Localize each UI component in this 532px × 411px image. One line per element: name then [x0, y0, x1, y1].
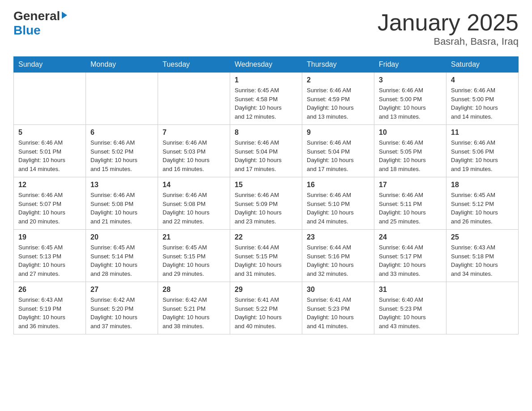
day-number: 28	[163, 286, 225, 294]
day-info: Sunrise: 6:44 AM Sunset: 5:16 PM Dayligh…	[307, 243, 369, 278]
calendar-header-thursday: Thursday	[302, 57, 374, 73]
calendar-week-row-3: 19Sunrise: 6:45 AM Sunset: 5:13 PM Dayli…	[14, 230, 519, 282]
calendar-cell	[86, 73, 158, 125]
day-info: Sunrise: 6:40 AM Sunset: 5:23 PM Dayligh…	[379, 295, 442, 330]
calendar-cell	[446, 282, 519, 334]
day-info: Sunrise: 6:46 AM Sunset: 5:08 PM Dayligh…	[90, 191, 153, 226]
calendar-cell: 22Sunrise: 6:44 AM Sunset: 5:15 PM Dayli…	[230, 230, 302, 282]
day-number: 5	[18, 128, 81, 137]
calendar-cell: 6Sunrise: 6:46 AM Sunset: 5:02 PM Daylig…	[86, 125, 158, 177]
day-info: Sunrise: 6:45 AM Sunset: 4:58 PM Dayligh…	[235, 86, 297, 121]
calendar-cell	[158, 73, 230, 125]
calendar-cell: 25Sunrise: 6:43 AM Sunset: 5:18 PM Dayli…	[446, 230, 519, 282]
calendar-cell: 12Sunrise: 6:46 AM Sunset: 5:07 PM Dayli…	[14, 177, 86, 230]
calendar-week-row-2: 12Sunrise: 6:46 AM Sunset: 5:07 PM Dayli…	[14, 177, 519, 230]
day-number: 6	[90, 128, 153, 137]
day-info: Sunrise: 6:42 AM Sunset: 5:20 PM Dayligh…	[90, 295, 153, 330]
calendar-cell: 27Sunrise: 6:42 AM Sunset: 5:20 PM Dayli…	[86, 282, 158, 334]
calendar-header-monday: Monday	[86, 57, 158, 73]
calendar-week-row-0: 1Sunrise: 6:45 AM Sunset: 4:58 PM Daylig…	[14, 73, 519, 125]
day-info: Sunrise: 6:46 AM Sunset: 5:00 PM Dayligh…	[451, 86, 514, 121]
page-header: General Blue January 2025 Basrah, Basra,…	[13, 9, 519, 47]
calendar-cell: 21Sunrise: 6:45 AM Sunset: 5:15 PM Dayli…	[158, 230, 230, 282]
calendar-cell: 29Sunrise: 6:41 AM Sunset: 5:22 PM Dayli…	[230, 282, 302, 334]
calendar-cell: 2Sunrise: 6:46 AM Sunset: 4:59 PM Daylig…	[302, 73, 374, 125]
day-info: Sunrise: 6:46 AM Sunset: 5:11 PM Dayligh…	[379, 191, 442, 226]
day-info: Sunrise: 6:46 AM Sunset: 5:07 PM Dayligh…	[18, 191, 81, 226]
day-info: Sunrise: 6:43 AM Sunset: 5:19 PM Dayligh…	[18, 295, 81, 330]
calendar-cell: 26Sunrise: 6:43 AM Sunset: 5:19 PM Dayli…	[14, 282, 86, 334]
day-info: Sunrise: 6:46 AM Sunset: 5:00 PM Dayligh…	[379, 86, 442, 121]
calendar-cell: 9Sunrise: 6:46 AM Sunset: 5:04 PM Daylig…	[302, 125, 374, 177]
calendar-cell: 16Sunrise: 6:46 AM Sunset: 5:10 PM Dayli…	[302, 177, 374, 230]
calendar-header-friday: Friday	[374, 57, 446, 73]
calendar-cell: 11Sunrise: 6:46 AM Sunset: 5:06 PM Dayli…	[446, 125, 519, 177]
calendar-cell: 31Sunrise: 6:40 AM Sunset: 5:23 PM Dayli…	[374, 282, 446, 334]
day-info: Sunrise: 6:41 AM Sunset: 5:22 PM Dayligh…	[235, 295, 297, 330]
calendar-cell: 18Sunrise: 6:45 AM Sunset: 5:12 PM Dayli…	[446, 177, 519, 230]
day-number: 18	[451, 181, 514, 189]
day-number: 14	[163, 181, 225, 189]
day-info: Sunrise: 6:41 AM Sunset: 5:23 PM Dayligh…	[307, 295, 369, 330]
calendar-cell	[14, 73, 86, 125]
calendar-cell: 28Sunrise: 6:42 AM Sunset: 5:21 PM Dayli…	[158, 282, 230, 334]
day-number: 20	[90, 233, 153, 241]
calendar-cell: 20Sunrise: 6:45 AM Sunset: 5:14 PM Dayli…	[86, 230, 158, 282]
day-number: 8	[235, 128, 297, 137]
day-number: 24	[379, 233, 442, 241]
day-info: Sunrise: 6:44 AM Sunset: 5:17 PM Dayligh…	[379, 243, 442, 278]
calendar-cell: 19Sunrise: 6:45 AM Sunset: 5:13 PM Dayli…	[14, 230, 86, 282]
calendar-week-row-4: 26Sunrise: 6:43 AM Sunset: 5:19 PM Dayli…	[14, 282, 519, 334]
day-number: 10	[379, 128, 442, 137]
day-number: 25	[451, 233, 514, 241]
day-number: 19	[18, 233, 81, 241]
day-number: 31	[379, 286, 442, 294]
calendar-header-tuesday: Tuesday	[158, 57, 230, 73]
calendar-header-row: SundayMondayTuesdayWednesdayThursdayFrid…	[14, 57, 519, 73]
day-info: Sunrise: 6:46 AM Sunset: 4:59 PM Dayligh…	[307, 86, 369, 121]
day-info: Sunrise: 6:44 AM Sunset: 5:15 PM Dayligh…	[235, 243, 297, 278]
calendar-table: SundayMondayTuesdayWednesdayThursdayFrid…	[13, 56, 519, 334]
day-number: 26	[18, 286, 81, 294]
day-number: 30	[307, 286, 369, 294]
day-info: Sunrise: 6:43 AM Sunset: 5:18 PM Dayligh…	[451, 243, 514, 278]
day-number: 17	[379, 181, 442, 189]
logo-blue-part	[60, 12, 67, 21]
day-info: Sunrise: 6:45 AM Sunset: 5:13 PM Dayligh…	[18, 243, 81, 278]
day-info: Sunrise: 6:46 AM Sunset: 5:04 PM Dayligh…	[307, 138, 369, 173]
calendar-header-saturday: Saturday	[446, 57, 519, 73]
calendar-header-sunday: Sunday	[14, 57, 86, 73]
day-info: Sunrise: 6:45 AM Sunset: 5:14 PM Dayligh…	[90, 243, 153, 278]
title-area: January 2025 Basrah, Basra, Iraq	[378, 9, 519, 47]
day-number: 27	[90, 286, 153, 294]
day-info: Sunrise: 6:46 AM Sunset: 5:01 PM Dayligh…	[18, 138, 81, 173]
logo-blue-text: Blue	[13, 23, 67, 38]
logo-arrow-icon	[62, 12, 67, 19]
calendar-cell: 15Sunrise: 6:46 AM Sunset: 5:09 PM Dayli…	[230, 177, 302, 230]
calendar-header-wednesday: Wednesday	[230, 57, 302, 73]
calendar-cell: 5Sunrise: 6:46 AM Sunset: 5:01 PM Daylig…	[14, 125, 86, 177]
day-number: 29	[235, 286, 297, 294]
calendar-cell: 4Sunrise: 6:46 AM Sunset: 5:00 PM Daylig…	[446, 73, 519, 125]
location-text: Basrah, Basra, Iraq	[378, 36, 519, 47]
calendar-cell: 1Sunrise: 6:45 AM Sunset: 4:58 PM Daylig…	[230, 73, 302, 125]
calendar-cell: 30Sunrise: 6:41 AM Sunset: 5:23 PM Dayli…	[302, 282, 374, 334]
day-info: Sunrise: 6:46 AM Sunset: 5:02 PM Dayligh…	[90, 138, 153, 173]
calendar-cell: 13Sunrise: 6:46 AM Sunset: 5:08 PM Dayli…	[86, 177, 158, 230]
day-number: 4	[451, 76, 514, 84]
day-number: 23	[307, 233, 369, 241]
logo: General Blue	[13, 9, 67, 38]
day-number: 22	[235, 233, 297, 241]
day-number: 1	[235, 76, 297, 84]
day-number: 21	[163, 233, 225, 241]
day-info: Sunrise: 6:42 AM Sunset: 5:21 PM Dayligh…	[163, 295, 225, 330]
calendar-cell: 17Sunrise: 6:46 AM Sunset: 5:11 PM Dayli…	[374, 177, 446, 230]
calendar-cell: 14Sunrise: 6:46 AM Sunset: 5:08 PM Dayli…	[158, 177, 230, 230]
day-number: 9	[307, 128, 369, 137]
calendar-cell: 3Sunrise: 6:46 AM Sunset: 5:00 PM Daylig…	[374, 73, 446, 125]
calendar-week-row-1: 5Sunrise: 6:46 AM Sunset: 5:01 PM Daylig…	[14, 125, 519, 177]
day-number: 11	[451, 128, 514, 137]
day-info: Sunrise: 6:45 AM Sunset: 5:15 PM Dayligh…	[163, 243, 225, 278]
day-info: Sunrise: 6:46 AM Sunset: 5:03 PM Dayligh…	[163, 138, 225, 173]
day-number: 16	[307, 181, 369, 189]
